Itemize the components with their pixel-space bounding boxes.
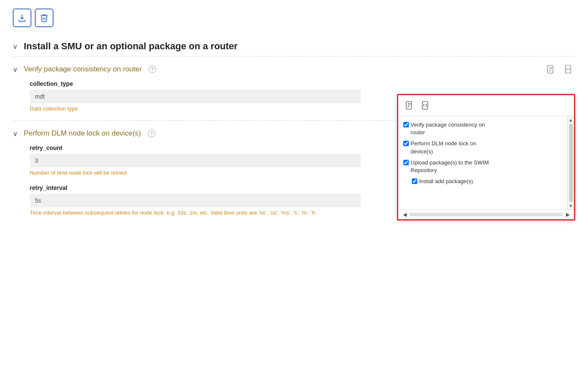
dropdown-tabs xyxy=(398,95,574,116)
main-section-title: Install a SMU or an optional package on … xyxy=(24,41,238,52)
scroll-down-arrow[interactable]: ▼ xyxy=(568,203,574,209)
svg-rect-0 xyxy=(548,65,553,73)
verify-help-icon[interactable]: ? xyxy=(149,65,156,73)
delete-button[interactable] xyxy=(35,8,53,27)
scroll-right-arrow[interactable]: ▶ xyxy=(565,212,571,218)
item-checkbox-4[interactable] xyxy=(412,178,417,184)
retry-count-input[interactable] xyxy=(30,154,361,167)
item-checkbox-2[interactable] xyxy=(403,141,409,146)
dropdown-list: Verify package consistency onrouter Perf… xyxy=(398,116,567,209)
page-container: ∨ Install a SMU or an optional package o… xyxy=(0,0,588,365)
dropdown-list-container: Verify package consistency onrouter Perf… xyxy=(398,116,574,209)
scroll-left-arrow[interactable]: ◀ xyxy=(402,212,408,218)
collection-type-label: collection_type xyxy=(30,80,575,87)
top-toolbar xyxy=(13,8,575,27)
item-checkbox-1[interactable] xyxy=(403,122,409,127)
list-item: Install add package(s) xyxy=(403,176,562,187)
list-item: Upload package(s) to the SWIMRepository xyxy=(403,157,562,176)
dlm-help-icon[interactable]: ? xyxy=(148,130,155,137)
dlm-chevron-icon: ∨ xyxy=(13,130,18,138)
dropdown-scrollbar: ▲ ▼ xyxy=(567,116,574,209)
panel-code-tab[interactable] xyxy=(419,99,432,112)
verify-code-icon[interactable] xyxy=(562,62,575,76)
main-section-header[interactable]: ∨ Install a SMU or an optional package o… xyxy=(13,35,575,56)
list-item: Verify package consistency onrouter xyxy=(403,119,562,138)
dlm-section-title: Perform DLM node lock on device(s) xyxy=(24,129,141,138)
list-item: Perform DLM node lock ondevice(s) xyxy=(403,138,562,157)
retry-interval-input[interactable] xyxy=(30,194,361,207)
panel-doc-tab[interactable] xyxy=(402,99,416,112)
h-scrollbar xyxy=(409,213,563,216)
verify-section-title: Verify package consistency on router xyxy=(24,65,142,74)
main-section: ∨ Verify package consistency on router ? xyxy=(13,56,575,224)
verify-section-icons xyxy=(544,62,575,76)
scroll-up-arrow[interactable]: ▲ xyxy=(568,117,574,123)
item-checkbox-3[interactable] xyxy=(403,160,409,165)
svg-rect-5 xyxy=(406,102,412,109)
main-chevron-icon: ∨ xyxy=(13,42,18,51)
dropdown-panel: Verify package consistency onrouter Perf… xyxy=(397,94,575,221)
collection-type-input[interactable] xyxy=(30,90,361,103)
dropdown-bottom-bar: ◀ ▶ xyxy=(398,209,574,219)
scroll-track xyxy=(569,124,573,202)
verify-chevron-icon: ∨ xyxy=(13,65,18,74)
verify-doc-icon[interactable] xyxy=(544,62,557,76)
download-button[interactable] xyxy=(13,8,31,27)
verify-section-header[interactable]: ∨ Verify package consistency on router ? xyxy=(13,57,575,80)
